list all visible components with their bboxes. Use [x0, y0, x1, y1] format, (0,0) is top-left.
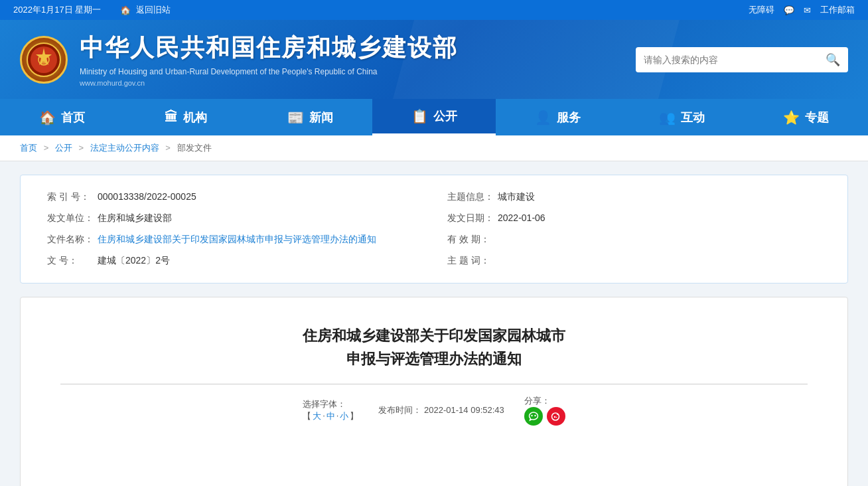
- nav-item-news[interactable]: 📰 新闻: [248, 99, 372, 135]
- date-value: 2022-01-06: [498, 212, 545, 223]
- special-nav-icon: ⭐: [783, 110, 800, 125]
- doc-title-row: 文件名称： 住房和城乡建设部关于印发国家园林城市申报与评选管理办法的通知: [47, 234, 421, 246]
- date-row: 发文日期： 2022-01-06: [447, 212, 821, 224]
- publish-time-section: 发布时间： 2022-01-14 09:52:43: [378, 404, 504, 416]
- nav-item-org[interactable]: 🏛 机构: [124, 99, 248, 135]
- publish-time: 2022-01-14 09:52:43: [424, 405, 504, 415]
- home-nav-icon: 🏠: [39, 110, 56, 125]
- font-size-label: 选择字体：: [303, 399, 346, 409]
- logo: 国: [20, 36, 68, 84]
- breadcrumb: 首页 > 公开 > 法定主动公开内容 > 部发文件: [0, 135, 868, 161]
- index-no-value: 000013338/2022-00025: [98, 191, 196, 202]
- font-medium-btn[interactable]: 中: [326, 410, 335, 422]
- doc-no-label: 文 号：: [47, 255, 94, 267]
- search-input[interactable]: [636, 49, 818, 70]
- top-bar-left: 2022年1月17日 星期一 🏠 返回旧站: [13, 4, 171, 16]
- org-nav-icon: 🏛: [165, 110, 178, 125]
- document-card: 住房和城乡建设部关于印发国家园林城市 申报与评选管理办法的通知 选择字体： 【 …: [20, 297, 848, 486]
- doc-divider: [60, 384, 808, 384]
- issuer-row: 发文单位： 住房和城乡建设部: [47, 212, 421, 224]
- breadcrumb-home[interactable]: 首页: [20, 143, 37, 153]
- breadcrumb-open[interactable]: 公开: [55, 143, 72, 153]
- return-old-site-link[interactable]: 返回旧站: [136, 4, 171, 16]
- document-title: 住房和城乡建设部关于印发国家园林城市 申报与评选管理办法的通知: [60, 324, 808, 370]
- font-size-options: 【 大 · 中 · 小 】: [303, 410, 358, 422]
- date-label: 发文日期：: [447, 212, 494, 224]
- svg-text:国: 国: [40, 58, 47, 65]
- font-size-section: 选择字体： 【 大 · 中 · 小 】: [303, 398, 358, 422]
- nav-label-open: 公开: [433, 108, 457, 124]
- share-icons: [524, 407, 565, 426]
- nav-item-special[interactable]: ⭐ 专题: [744, 99, 868, 135]
- font-small-btn[interactable]: 小: [340, 410, 348, 422]
- main-nav: 🏠 首页 🏛 机构 📰 新闻 📋 公开 👤 服务 👥 互动 ⭐ 专题: [0, 99, 868, 135]
- breadcrumb-sep1: >: [44, 143, 49, 153]
- top-bar-right: 无障碍 💬 ✉ 工作邮箱: [749, 4, 855, 16]
- doc-title-value[interactable]: 住房和城乡建设部关于印发国家园林城市申报与评选管理办法的通知: [98, 234, 376, 246]
- weibo-share-btn[interactable]: [547, 407, 565, 426]
- nav-item-interact[interactable]: 👥 互动: [620, 99, 744, 135]
- wechat-icon: 💬: [784, 5, 794, 15]
- svg-point-9: [555, 417, 557, 418]
- nav-label-news: 新闻: [309, 110, 333, 125]
- doc-title-line1: 住房和城乡建设部关于印发国家园林城市: [60, 324, 808, 347]
- nav-item-open[interactable]: 📋 公开: [372, 99, 496, 135]
- email-icon: ✉: [804, 5, 811, 15]
- wechat-share-btn[interactable]: [524, 407, 543, 426]
- accessibility-link[interactable]: 无障碍: [749, 4, 774, 16]
- info-grid: 索 引 号： 000013338/2022-00025 发文单位： 住房和城乡建…: [47, 191, 821, 267]
- svg-point-5: [531, 415, 532, 416]
- svg-point-6: [534, 415, 536, 416]
- search-box: 🔍: [636, 47, 848, 72]
- news-nav-icon: 📰: [287, 110, 304, 125]
- doc-title-label: 文件名称：: [47, 234, 94, 246]
- email-link[interactable]: 工作邮箱: [820, 4, 855, 16]
- svg-point-8: [554, 416, 555, 418]
- home-icon: 🏠: [120, 5, 131, 15]
- nav-item-home[interactable]: 🏠 首页: [0, 99, 124, 135]
- topic-label: 主题信息：: [447, 191, 494, 203]
- doc-no-row: 文 号： 建城〔2022〕2号: [47, 255, 421, 267]
- open-nav-icon: 📋: [411, 108, 428, 124]
- header-title-block: 中华人民共和国住房和城乡建设部 Ministry of Housing and …: [80, 32, 458, 87]
- header-left: 国 中华人民共和国住房和城乡建设部 Ministry of Housing an…: [20, 32, 458, 87]
- nav-label-interact: 互动: [681, 110, 705, 125]
- font-sep2: ·: [336, 410, 339, 422]
- issuer-label: 发文单位：: [47, 212, 94, 224]
- index-no-label: 索 引 号：: [47, 191, 94, 203]
- doc-no-value: 建城〔2022〕2号: [98, 255, 170, 267]
- service-nav-icon: 👤: [535, 110, 551, 125]
- header-title-en: Ministry of Housing and Urban-Rural Deve…: [80, 67, 458, 76]
- search-button[interactable]: 🔍: [818, 47, 848, 72]
- keywords-row: 主 题 词：: [447, 255, 821, 267]
- info-col-right: 主题信息： 城市建设 发文日期： 2022-01-06 有 效 期： 主 题 词…: [447, 191, 821, 267]
- valid-row: 有 效 期：: [447, 234, 821, 246]
- interact-nav-icon: 👥: [659, 110, 676, 125]
- header-title-cn: 中华人民共和国住房和城乡建设部: [80, 32, 458, 64]
- font-large-btn[interactable]: 大: [313, 410, 321, 422]
- nav-label-home: 首页: [61, 110, 85, 125]
- valid-label: 有 效 期：: [447, 234, 494, 246]
- share-label: 分享：: [524, 396, 550, 406]
- doc-title-line2: 申报与评选管理办法的通知: [60, 347, 808, 370]
- bracket-open: 【: [303, 410, 311, 422]
- nav-label-org: 机构: [183, 110, 207, 125]
- share-section: 分享：: [524, 395, 565, 426]
- index-no-row: 索 引 号： 000013338/2022-00025: [47, 191, 421, 203]
- main-content: 索 引 号： 000013338/2022-00025 发文单位： 住房和城乡建…: [0, 161, 868, 486]
- nav-item-service[interactable]: 👤 服务: [496, 99, 620, 135]
- top-bar-sep: [106, 4, 115, 16]
- issuer-value: 住房和城乡建设部: [98, 212, 172, 224]
- doc-meta: 选择字体： 【 大 · 中 · 小 】 发布时间： 2022-01-14 09:…: [60, 395, 808, 426]
- publish-label: 发布时间：: [378, 405, 421, 415]
- info-col-left: 索 引 号： 000013338/2022-00025 发文单位： 住房和城乡建…: [47, 191, 421, 267]
- breadcrumb-statutory[interactable]: 法定主动公开内容: [90, 143, 159, 153]
- bracket-close: 】: [350, 410, 358, 422]
- header: 国 中华人民共和国住房和城乡建设部 Ministry of Housing an…: [0, 20, 868, 99]
- topic-value: 城市建设: [498, 191, 535, 203]
- topic-row: 主题信息： 城市建设: [447, 191, 821, 203]
- nav-label-special: 专题: [805, 110, 829, 125]
- date-text: 2022年1月17日 星期一: [13, 4, 101, 16]
- top-bar: 2022年1月17日 星期一 🏠 返回旧站 无障碍 💬 ✉ 工作邮箱: [0, 0, 868, 20]
- breadcrumb-sep3: >: [165, 143, 171, 153]
